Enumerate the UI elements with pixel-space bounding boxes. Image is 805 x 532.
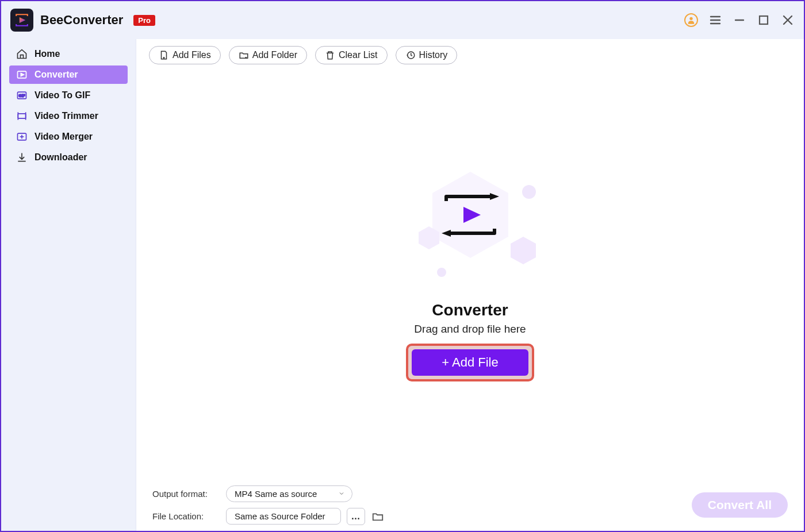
chevron-down-icon — [338, 490, 345, 497]
output-format-select[interactable]: MP4 Same as source — [226, 485, 352, 502]
open-folder-icon[interactable] — [371, 510, 385, 523]
trimmer-icon — [16, 110, 28, 122]
sidebar-item-label: Video To GIF — [34, 90, 90, 101]
svg-marker-10 — [21, 74, 24, 76]
file-location-more-button[interactable]: … — [347, 508, 365, 525]
history-icon — [405, 50, 416, 60]
hero-title: Converter — [432, 301, 508, 319]
add-file-button[interactable]: + Add File — [412, 349, 528, 376]
tool-btn-label: Add Files — [172, 50, 211, 60]
file-location-label: File Location: — [152, 511, 216, 521]
app-title: BeeConverter — [40, 13, 123, 28]
merger-icon — [16, 131, 28, 142]
sidebar-item-video-trimmer[interactable]: Video Trimmer — [9, 107, 128, 125]
file-location-row: File Location: Same as Source Folder … — [152, 508, 385, 525]
tool-btn-label: Add Folder — [252, 50, 297, 60]
main: Add Files Add Folder Clear List — [136, 39, 804, 531]
file-location-select[interactable]: Same as Source Folder — [226, 508, 341, 525]
svg-marker-26 — [511, 237, 536, 264]
footer: Output format: MP4 Same as source File L… — [136, 479, 804, 531]
gif-icon: GIF — [16, 90, 28, 101]
content-area[interactable]: Converter Drag and drop file here + Add … — [136, 71, 804, 479]
home-icon — [16, 48, 28, 60]
account-icon[interactable] — [684, 13, 698, 27]
tool-btn-label: Clear List — [339, 50, 378, 60]
clear-list-button[interactable]: Clear List — [315, 46, 388, 64]
app-logo — [10, 9, 33, 32]
sidebar-item-label: Video Trimmer — [34, 111, 98, 121]
sidebar-item-label: Home — [34, 49, 60, 59]
tool-btn-label: History — [419, 50, 448, 60]
trash-icon — [325, 50, 335, 60]
toolbar: Add Files Add Folder Clear List — [136, 39, 804, 71]
sidebar-item-label: Video Merger — [34, 132, 93, 142]
hero-subtitle: Drag and drop file here — [414, 323, 526, 336]
converter-icon — [16, 69, 28, 80]
sidebar: Home Converter GIF Video To GIF Video Tr… — [1, 39, 136, 531]
sidebar-item-downloader[interactable]: Downloader — [9, 148, 128, 167]
titlebar-controls — [684, 13, 795, 27]
download-icon — [16, 152, 28, 163]
sidebar-item-label: Converter — [34, 70, 78, 80]
svg-point-27 — [522, 185, 536, 199]
svg-point-28 — [437, 268, 446, 277]
window: BeeConverter Pro — [0, 0, 805, 532]
close-icon[interactable] — [781, 13, 795, 27]
sidebar-item-home[interactable]: Home — [9, 45, 128, 63]
history-button[interactable]: History — [396, 46, 458, 64]
app-body: Home Converter GIF Video To GIF Video Tr… — [1, 39, 804, 531]
add-files-button[interactable]: Add Files — [149, 46, 221, 64]
svg-rect-6 — [760, 16, 768, 24]
titlebar: BeeConverter Pro — [1, 1, 804, 39]
add-file-highlight: + Add File — [406, 344, 534, 381]
minimize-icon[interactable] — [733, 13, 746, 27]
convert-all-button[interactable]: Convert All — [692, 492, 788, 518]
svg-point-1 — [689, 17, 692, 20]
sidebar-item-label: Downloader — [34, 152, 87, 163]
add-folder-button[interactable]: Add Folder — [229, 46, 307, 64]
sidebar-item-video-to-gif[interactable]: GIF Video To GIF — [9, 86, 128, 105]
sidebar-item-video-merger[interactable]: Video Merger — [9, 128, 128, 146]
output-format-row: Output format: MP4 Same as source — [152, 485, 385, 502]
add-files-icon — [159, 50, 169, 60]
maximize-icon[interactable] — [757, 13, 770, 27]
add-folder-icon — [239, 50, 249, 60]
output-format-value: MP4 Same as source — [235, 489, 317, 499]
svg-text:GIF: GIF — [18, 94, 25, 98]
converter-illustration — [384, 169, 557, 290]
footer-left: Output format: MP4 Same as source File L… — [152, 485, 385, 525]
svg-marker-0 — [20, 17, 26, 23]
hamburger-menu-icon[interactable] — [708, 13, 722, 27]
svg-rect-13 — [18, 114, 25, 118]
pro-badge: Pro — [133, 15, 155, 26]
sidebar-item-converter[interactable]: Converter — [9, 65, 128, 84]
file-location-value: Same as Source Folder — [235, 511, 325, 521]
output-format-label: Output format: — [152, 489, 216, 499]
